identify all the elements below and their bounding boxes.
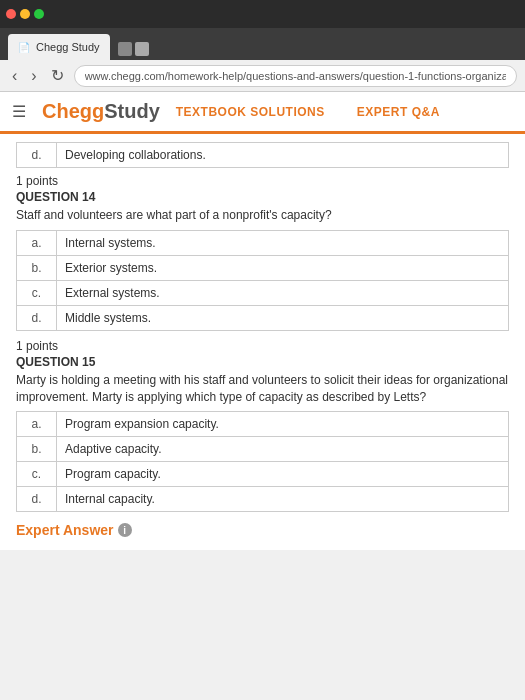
tab-favicon: 📄 [18, 42, 30, 53]
q14-option-a-label: a. [17, 230, 57, 255]
question-14-section: 1 points QUESTION 14 Staff and volunteer… [16, 174, 509, 331]
q15-option-d-text: Internal capacity. [57, 487, 509, 512]
tab-title: Chegg Study [36, 41, 100, 53]
hamburger-menu[interactable]: ☰ [12, 102, 26, 121]
main-content: d. Developing collaborations. 1 points Q… [0, 134, 525, 550]
table-row: b. Exterior systems. [17, 255, 509, 280]
q14-text: Staff and volunteers are what part of a … [16, 207, 509, 224]
q14-option-b-label: b. [17, 255, 57, 280]
q14-points: 1 points [16, 174, 509, 188]
table-row: d. Developing collaborations. [17, 143, 509, 168]
q14-option-d-label: d. [17, 305, 57, 330]
option-text: Developing collaborations. [57, 143, 509, 168]
q14-answer-table: a. Internal systems. b. Exterior systems… [16, 230, 509, 331]
q15-number: QUESTION 15 [16, 355, 509, 369]
chegg-logo: CheggStudy [42, 100, 160, 123]
q14-option-c-label: c. [17, 280, 57, 305]
q15-option-b-text: Adaptive capacity. [57, 437, 509, 462]
q15-option-a-text: Program expansion capacity. [57, 412, 509, 437]
table-row: c. Program capacity. [17, 462, 509, 487]
question-15-section: 1 points QUESTION 15 Marty is holding a … [16, 339, 509, 513]
browser-top-bar [0, 0, 525, 28]
q15-option-b-label: b. [17, 437, 57, 462]
table-row: d. Internal capacity. [17, 487, 509, 512]
refresh-button[interactable]: ↻ [47, 64, 68, 87]
q14-number: QUESTION 14 [16, 190, 509, 204]
chegg-header: ☰ CheggStudy TEXTBOOK SOLUTIONS EXPERT Q… [0, 92, 525, 134]
address-input[interactable] [74, 65, 517, 87]
table-row: a. Program expansion capacity. [17, 412, 509, 437]
expert-answer-section[interactable]: Expert Answer i [16, 522, 509, 538]
q15-points: 1 points [16, 339, 509, 353]
info-icon[interactable]: i [118, 523, 132, 537]
q14-option-c-text: External systems. [57, 280, 509, 305]
table-row: c. External systems. [17, 280, 509, 305]
table-row: a. Internal systems. [17, 230, 509, 255]
q15-answer-table: a. Program expansion capacity. b. Adapti… [16, 411, 509, 512]
q15-text: Marty is holding a meeting with his staf… [16, 372, 509, 406]
q14-option-a-text: Internal systems. [57, 230, 509, 255]
q15-option-c-label: c. [17, 462, 57, 487]
maximize-dot[interactable] [34, 9, 44, 19]
textbook-solutions-link[interactable]: TEXTBOOK SOLUTIONS [176, 105, 325, 119]
back-button[interactable]: ‹ [8, 65, 21, 87]
address-bar-row: ‹ › ↻ [0, 60, 525, 92]
close-dot[interactable] [6, 9, 16, 19]
expert-answer-label: Expert Answer [16, 522, 114, 538]
minimize-dot[interactable] [20, 9, 30, 19]
option-label: d. [17, 143, 57, 168]
partial-answer-table: d. Developing collaborations. [16, 142, 509, 168]
q15-option-d-label: d. [17, 487, 57, 512]
browser-tab[interactable]: 📄 Chegg Study [8, 34, 110, 60]
browser-chrome: 📄 Chegg Study [0, 0, 525, 60]
table-row: b. Adaptive capacity. [17, 437, 509, 462]
tab-icon-1 [118, 42, 132, 56]
expert-qa-link[interactable]: EXPERT Q&A [357, 105, 440, 119]
q14-option-d-text: Middle systems. [57, 305, 509, 330]
table-row: d. Middle systems. [17, 305, 509, 330]
tab-icon-2 [135, 42, 149, 56]
forward-button[interactable]: › [27, 65, 40, 87]
q14-option-b-text: Exterior systems. [57, 255, 509, 280]
q15-option-a-label: a. [17, 412, 57, 437]
q15-option-c-text: Program capacity. [57, 462, 509, 487]
tab-bar: 📄 Chegg Study [0, 28, 525, 60]
